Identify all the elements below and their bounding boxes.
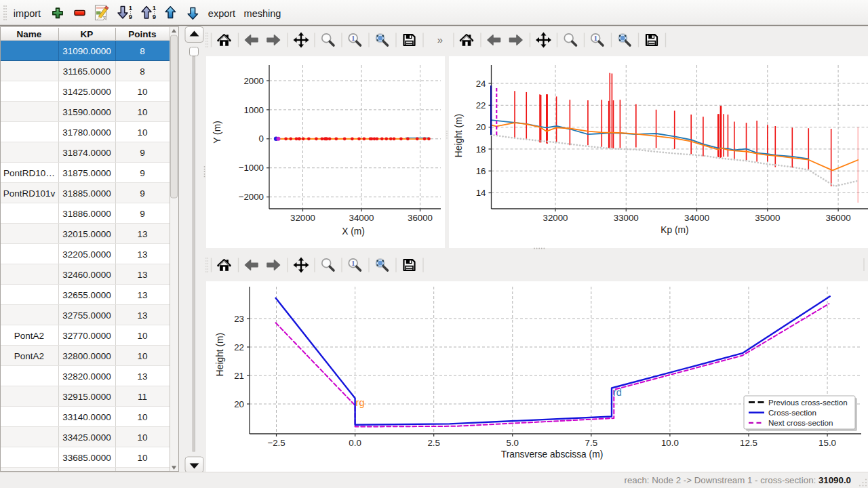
svg-text:33140.0000: 33140.0000	[62, 412, 111, 422]
svg-text:−2000: −2000	[239, 192, 264, 202]
svg-text:Cross-section: Cross-section	[768, 408, 816, 417]
svg-text:13: 13	[137, 310, 147, 321]
svg-text:1: 1	[351, 259, 355, 267]
svg-text:Points: Points	[128, 29, 156, 39]
svg-text:33425.0000: 33425.0000	[62, 432, 111, 443]
svg-text:10: 10	[137, 127, 147, 138]
svg-text:32460.0000: 32460.0000	[62, 270, 111, 280]
svg-text:32915.0000: 32915.0000	[62, 392, 111, 402]
svg-text:23: 23	[234, 314, 244, 324]
svg-text:31090.0000: 31090.0000	[62, 46, 111, 56]
svg-text:9: 9	[140, 188, 145, 199]
svg-text:13: 13	[137, 249, 147, 260]
svg-text:31165.0000: 31165.0000	[63, 66, 111, 77]
svg-text:2.5: 2.5	[427, 438, 440, 448]
svg-text:32800.0000: 32800.0000	[62, 351, 111, 361]
svg-text:34000: 34000	[684, 213, 709, 223]
svg-text:PontRD101v: PontRD101v	[3, 188, 56, 199]
svg-text:7.5: 7.5	[585, 438, 598, 448]
svg-text:32015.0000: 32015.0000	[62, 229, 111, 239]
svg-text:20: 20	[234, 399, 244, 409]
svg-text:2000: 2000	[243, 76, 264, 86]
svg-text:18: 18	[476, 144, 486, 155]
svg-text:21: 21	[234, 371, 244, 381]
svg-text:rg: rg	[356, 397, 365, 408]
svg-text:32770.0000: 32770.0000	[62, 331, 111, 341]
svg-text:0: 0	[259, 134, 264, 144]
svg-text:36000: 36000	[826, 213, 851, 223]
svg-text:10: 10	[137, 432, 147, 443]
svg-text:16: 16	[476, 166, 486, 176]
svg-text:10.0: 10.0	[661, 438, 679, 448]
svg-text:20: 20	[476, 122, 486, 132]
svg-text:1: 1	[351, 34, 355, 42]
svg-text:»: »	[437, 34, 443, 45]
svg-text:PontA2: PontA2	[14, 351, 44, 361]
svg-text:1000: 1000	[243, 105, 264, 115]
svg-text:32000: 32000	[290, 213, 315, 223]
svg-text:13: 13	[137, 270, 147, 280]
svg-text:31425.0000: 31425.0000	[62, 87, 111, 97]
svg-text:10: 10	[137, 87, 147, 97]
svg-text:31875.0000: 31875.0000	[62, 168, 111, 178]
svg-text:Next cross-section: Next cross-section	[768, 418, 833, 427]
svg-text:8: 8	[140, 66, 145, 77]
svg-text:32755.0000: 32755.0000	[62, 310, 111, 321]
svg-text:Y (m): Y (m)	[212, 121, 222, 143]
svg-text:10: 10	[137, 412, 147, 422]
svg-text:reach: Node 2 -> Downstream 1: reach: Node 2 -> Downstream 1 - cross-se…	[625, 475, 851, 485]
svg-text:11: 11	[138, 392, 147, 402]
svg-text:PontA2: PontA2	[14, 331, 44, 341]
svg-text:0.0: 0.0	[349, 438, 361, 448]
svg-text:KP: KP	[81, 29, 94, 39]
svg-text:9: 9	[140, 168, 145, 178]
svg-text:33000: 33000	[614, 213, 639, 223]
svg-text:10: 10	[137, 453, 147, 463]
svg-text:10: 10	[137, 331, 147, 341]
svg-text:35000: 35000	[755, 213, 780, 223]
svg-text:24: 24	[476, 79, 486, 89]
svg-text:Transverse abscissa (m): Transverse abscissa (m)	[501, 449, 604, 460]
svg-text:32820.0000: 32820.0000	[62, 371, 111, 382]
svg-text:33685.0000: 33685.0000	[62, 453, 111, 463]
svg-text:10: 10	[137, 107, 147, 117]
svg-text:13: 13	[137, 229, 147, 239]
svg-text:−2.5: −2.5	[267, 438, 285, 448]
svg-text:12.5: 12.5	[740, 438, 757, 448]
svg-text:31780.0000: 31780.0000	[62, 127, 111, 138]
svg-text:36000: 36000	[408, 213, 433, 223]
svg-text:32205.0000: 32205.0000	[62, 249, 111, 260]
svg-text:15.0: 15.0	[818, 438, 836, 448]
svg-text:export: export	[208, 8, 235, 19]
svg-text:31590.0000: 31590.0000	[62, 107, 111, 117]
svg-text:Kp (m): Kp (m)	[660, 225, 688, 235]
svg-text:1: 1	[129, 4, 133, 12]
svg-text:Name: Name	[17, 29, 42, 39]
svg-text:9: 9	[140, 209, 145, 219]
svg-text:13: 13	[137, 290, 147, 300]
svg-text:9: 9	[140, 148, 145, 158]
svg-text:Previous cross-section: Previous cross-section	[768, 398, 848, 407]
svg-text:31874.0000: 31874.0000	[62, 148, 111, 158]
svg-text:5.0: 5.0	[507, 438, 519, 448]
svg-text:22: 22	[476, 100, 486, 110]
svg-text:31886.0000: 31886.0000	[62, 209, 111, 219]
svg-text:Height (m): Height (m)	[454, 114, 464, 157]
svg-text:1: 1	[153, 4, 157, 12]
svg-text:34000: 34000	[349, 213, 374, 223]
svg-text:14: 14	[476, 188, 486, 198]
svg-text:rd: rd	[613, 387, 622, 398]
svg-text:13: 13	[137, 371, 147, 382]
svg-text:import: import	[14, 8, 41, 19]
svg-text:PontRD10…: PontRD10…	[3, 168, 55, 178]
svg-text:10: 10	[137, 351, 147, 361]
svg-text:22: 22	[234, 342, 244, 352]
svg-text:31885.0000: 31885.0000	[62, 188, 111, 199]
svg-text:−1000: −1000	[239, 163, 264, 173]
svg-text:1: 1	[593, 34, 597, 42]
svg-text:X (m): X (m)	[342, 226, 365, 237]
svg-text:Height (m): Height (m)	[215, 333, 225, 376]
svg-text:32000: 32000	[543, 213, 568, 223]
svg-text:8: 8	[140, 46, 145, 56]
svg-text:meshing: meshing	[244, 8, 281, 19]
